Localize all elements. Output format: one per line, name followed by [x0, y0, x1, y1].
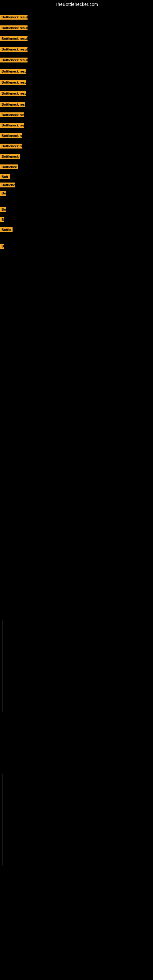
bottleneck-badge-4: Bottleneck result [0, 47, 27, 52]
bottleneck-badge-1: Bottleneck result [0, 15, 27, 20]
bottleneck-badge-13: Bottleneck res [0, 144, 22, 148]
bottleneck-badge-11: Bottleneck resu [0, 123, 24, 128]
bottleneck-badge-18: Bo [0, 191, 6, 196]
bottleneck-badge-17: Bottlene [0, 183, 15, 188]
bottleneck-badge-15: Bottlenec [0, 164, 18, 169]
bottleneck-badge-21: Bottle [0, 227, 13, 232]
bottleneck-badge-9: Bottleneck result [0, 102, 25, 107]
bottleneck-badge-5: Bottleneck result [0, 57, 27, 62]
bottleneck-badge-6: Bottleneck result [0, 69, 26, 74]
site-title: TheBottlenecker.com [0, 0, 153, 8]
bottleneck-badge-12: Bottleneck res [0, 133, 22, 138]
bottleneck-badge-3: Bottleneck result [0, 36, 27, 41]
bottleneck-badge-10: Bottleneck resu [0, 112, 24, 117]
bottleneck-badge-22: B [0, 244, 4, 249]
bottleneck-badge-7: Bottleneck result [0, 80, 26, 85]
bottleneck-badge-16: Bott [0, 174, 10, 179]
bottleneck-badge-2: Bottleneck result [0, 25, 27, 30]
bottleneck-badge-8: Bottleneck result [0, 91, 26, 96]
bottleneck-badge-20: B [0, 217, 4, 222]
bottleneck-badge-14: Bottleneck re [0, 154, 20, 159]
bottleneck-badge-19: Bo [0, 207, 6, 212]
